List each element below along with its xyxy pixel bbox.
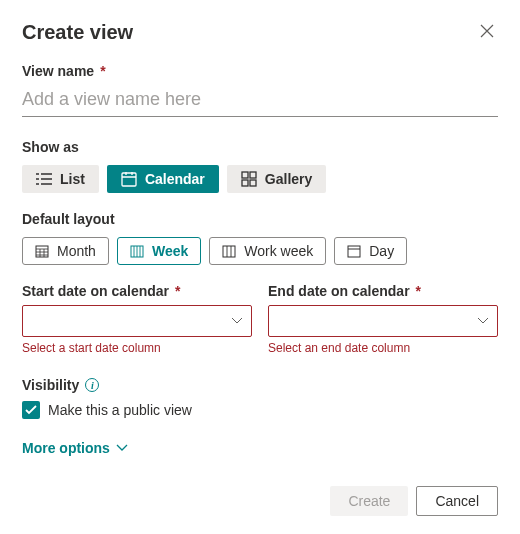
dialog-footer: Create Cancel — [330, 486, 498, 516]
end-date-label-text: End date on calendar — [268, 283, 410, 299]
view-name-label-text: View name — [22, 63, 94, 79]
show-as-list[interactable]: List — [22, 165, 99, 193]
public-view-label: Make this a public view — [48, 402, 192, 418]
required-asterisk: * — [100, 63, 105, 79]
layout-workweek-label: Work week — [244, 243, 313, 259]
show-as-calendar[interactable]: Calendar — [107, 165, 219, 193]
close-button[interactable] — [476, 20, 498, 45]
svg-rect-3 — [242, 180, 248, 186]
chevron-down-icon — [477, 317, 489, 325]
show-as-options: List Calendar Gallery — [22, 165, 498, 193]
chevron-down-icon — [231, 317, 243, 325]
layout-workweek[interactable]: Work week — [209, 237, 326, 265]
more-options-link[interactable]: More options — [22, 440, 128, 456]
show-as-gallery-label: Gallery — [265, 171, 312, 187]
create-button[interactable]: Create — [330, 486, 408, 516]
svg-rect-4 — [250, 180, 256, 186]
default-layout-options: Month Week Work week Day — [22, 237, 498, 265]
checkmark-icon — [25, 405, 37, 415]
end-date-column: End date on calendar * Select an end dat… — [268, 283, 498, 355]
dialog-title: Create view — [22, 21, 133, 44]
cancel-button[interactable]: Cancel — [416, 486, 498, 516]
visibility-label-text: Visibility — [22, 377, 79, 393]
gallery-icon — [241, 171, 257, 187]
required-asterisk: * — [175, 283, 180, 299]
start-date-error: Select a start date column — [22, 341, 252, 355]
svg-rect-1 — [242, 172, 248, 178]
info-icon[interactable]: i — [85, 378, 99, 392]
end-date-label: End date on calendar * — [268, 283, 498, 299]
layout-day-label: Day — [369, 243, 394, 259]
end-date-dropdown[interactable] — [268, 305, 498, 337]
create-view-dialog: Create view View name * Show as List Cal… — [0, 0, 520, 534]
default-layout-label: Default layout — [22, 211, 498, 227]
week-icon — [130, 244, 144, 258]
end-date-error: Select an end date column — [268, 341, 498, 355]
layout-month[interactable]: Month — [22, 237, 109, 265]
layout-week[interactable]: Week — [117, 237, 201, 265]
svg-rect-2 — [250, 172, 256, 178]
more-options-label: More options — [22, 440, 110, 456]
workweek-icon — [222, 244, 236, 258]
calendar-icon — [121, 171, 137, 187]
required-asterisk: * — [416, 283, 421, 299]
show-as-list-label: List — [60, 171, 85, 187]
svg-rect-0 — [122, 173, 136, 186]
chevron-down-icon — [116, 444, 128, 452]
start-date-column: Start date on calendar * Select a start … — [22, 283, 252, 355]
view-name-input[interactable] — [22, 85, 498, 117]
date-fields-row: Start date on calendar * Select a start … — [22, 283, 498, 355]
show-as-calendar-label: Calendar — [145, 171, 205, 187]
dialog-header: Create view — [22, 20, 498, 45]
start-date-label-text: Start date on calendar — [22, 283, 169, 299]
show-as-label: Show as — [22, 139, 498, 155]
day-icon — [347, 244, 361, 258]
month-icon — [35, 244, 49, 258]
list-icon — [36, 172, 52, 186]
start-date-dropdown[interactable] — [22, 305, 252, 337]
visibility-checkbox-row: Make this a public view — [22, 401, 498, 419]
svg-rect-7 — [223, 246, 235, 257]
layout-day[interactable]: Day — [334, 237, 407, 265]
public-view-checkbox[interactable] — [22, 401, 40, 419]
layout-week-label: Week — [152, 243, 188, 259]
view-name-label: View name * — [22, 63, 498, 79]
svg-rect-8 — [348, 246, 360, 257]
layout-month-label: Month — [57, 243, 96, 259]
close-icon — [480, 24, 494, 38]
start-date-label: Start date on calendar * — [22, 283, 252, 299]
show-as-gallery[interactable]: Gallery — [227, 165, 326, 193]
visibility-label: Visibility i — [22, 377, 498, 393]
